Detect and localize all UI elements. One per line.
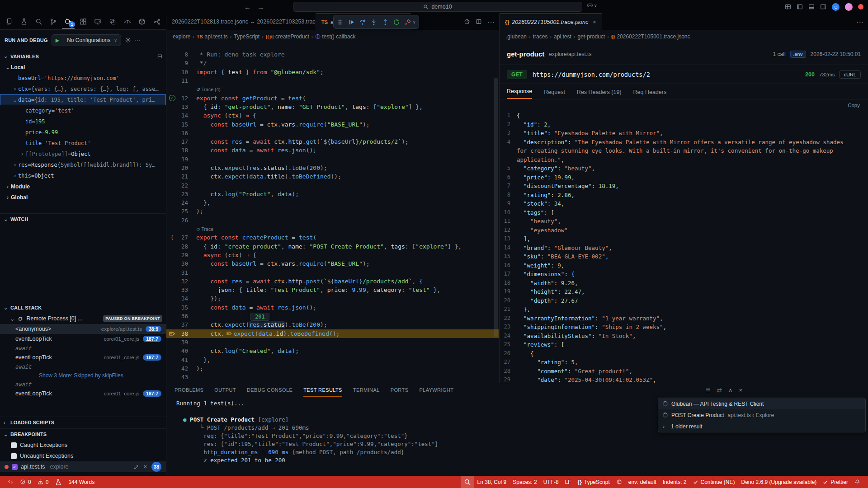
response-tab-res-headers-[interactable]: Res Headers (19)	[577, 89, 622, 99]
code-line[interactable]: 10import { test } from "@glubean/sdk";	[166, 68, 499, 76]
source-control-icon[interactable]	[47, 15, 60, 28]
code-line[interactable]: 13 { id: "get-product", name: "GET Produ…	[166, 103, 499, 111]
stack-frame[interactable]: eventLoopTickcore/01_core.js187:7	[0, 334, 166, 344]
copy-button[interactable]: Copy	[848, 103, 860, 108]
status-item-error[interactable]: 0	[17, 476, 34, 488]
variable-row[interactable]: baseUrl = 'https://dummyjson.com'	[0, 73, 166, 84]
response-tab-request[interactable]: Request	[544, 89, 565, 99]
breadcrumb-item[interactable]: explore	[173, 33, 190, 40]
panel-left-icon[interactable]	[797, 4, 803, 10]
code-line[interactable]: 25);	[166, 207, 499, 216]
stack-frame[interactable]: eventLoopTickcore/01_core.js187:7	[0, 389, 166, 399]
checkbox[interactable]: ✓	[12, 464, 18, 470]
status-item[interactable]: Deno 2.6.9 (Upgrade available)	[738, 476, 820, 488]
code-line[interactable]: 38 ctx.expect(data.id).toBeDefined();	[166, 329, 499, 338]
code-line[interactable]: 26	[166, 216, 499, 225]
breakpoint-row[interactable]: ✓api.test.tsexplore×38	[0, 461, 166, 472]
status-item-braces[interactable]: {}TypeScript	[575, 476, 613, 488]
restart-icon[interactable]	[393, 19, 400, 26]
code-line[interactable]: 17 const res = await ctx.http.get(`${bas…	[166, 137, 499, 146]
env-badge[interactable]: .env	[790, 51, 806, 58]
curl-button[interactable]: cURL	[839, 70, 861, 79]
pencil-icon[interactable]	[133, 464, 139, 470]
list-icon[interactable]: ≣	[706, 387, 711, 394]
code-line[interactable]: 30 const baseUrl = ctx.vars.require("BAS…	[166, 259, 499, 268]
more-actions-icon[interactable]: ⋯	[487, 18, 495, 26]
code-line[interactable]: 35 const data = await res.json();	[166, 303, 499, 312]
code-line[interactable]: 18 const data = await res.json();	[166, 146, 499, 155]
loaded-scripts-header[interactable]: ›LOADED SCRIPTS	[0, 417, 166, 428]
checkbox[interactable]	[11, 442, 17, 448]
copilot-icon[interactable]: ∨	[587, 2, 597, 9]
editor-scrollbar[interactable]	[494, 78, 498, 337]
code-line[interactable]: 20 ctx.expect(res.status).toBe(200);	[166, 164, 499, 172]
maximize-icon[interactable]: ∧	[728, 387, 733, 394]
status-item-check[interactable]: Prettier	[820, 476, 851, 488]
variable-row[interactable]: ›ctx = {vars: {…}, secrets: {…}, log: ƒ,…	[0, 84, 166, 94]
breadcrumb-item[interactable]: [@]createProduct	[266, 33, 309, 40]
beaker-icon[interactable]	[18, 15, 31, 28]
checkbox[interactable]	[11, 453, 17, 459]
step-over-icon[interactable]	[359, 19, 366, 26]
panel-tab-problems[interactable]: PROBLEMS	[175, 383, 203, 397]
code-line[interactable]: 41 },	[166, 355, 499, 364]
tab-trace-diff[interactable]: 20260222T102813.trace.jsonc ↔ 20260222T1…	[166, 14, 316, 30]
code-line[interactable]: 16	[166, 129, 499, 137]
breadcrumb-item[interactable]: .glubean	[506, 33, 527, 40]
toast-header[interactable]: Glubean — API Testing & REST Client	[658, 398, 865, 409]
breadcrumb-item[interactable]: api.test	[554, 33, 571, 40]
variable-row[interactable]: id = 195	[0, 116, 166, 127]
codelens[interactable]: ↺ Trace	[166, 225, 499, 233]
breadcrumb-item[interactable]: get-product	[577, 33, 605, 40]
files-icon[interactable]	[3, 15, 16, 28]
code-line[interactable]: 37 ctx.expect(res.status).toBe(200);	[166, 320, 499, 329]
account-badge[interactable]: ☺	[832, 3, 840, 11]
variable-row[interactable]: category = 'test'	[0, 105, 166, 116]
more-actions-icon[interactable]: ⋯	[135, 37, 141, 44]
close-icon[interactable]: ×	[739, 387, 742, 394]
close-icon[interactable]: ×	[593, 19, 596, 25]
variable-row[interactable]: ›res = Response {Symbol([[webidl.brand]]…	[0, 160, 166, 170]
code-line[interactable]: 29 async (ctx) ⇒ {	[166, 251, 499, 259]
status-item[interactable]: LF	[562, 476, 575, 488]
collapse-all-icon[interactable]: ⊟	[157, 53, 162, 60]
stack-frame[interactable]: <anonymous>explore/api.test.ts38:9	[0, 324, 166, 334]
close-icon[interactable]: ×	[144, 464, 147, 470]
variables-header[interactable]: ⌄VARIABLES ⊟	[0, 51, 166, 62]
avatar[interactable]	[845, 3, 853, 11]
status-item[interactable]: UTF-8	[540, 476, 562, 488]
variable-row[interactable]: ›Module	[0, 181, 166, 192]
code-line[interactable]: 14 async (ctx) ⇒ {	[166, 111, 499, 120]
panel-tab-test-results[interactable]: TEST RESULTS	[303, 383, 342, 397]
call-stack-header[interactable]: ⌄CALL STACK	[0, 302, 166, 313]
status-item-search[interactable]	[461, 476, 474, 488]
code-line[interactable]: 15 const baseUrl = ctx.vars.require("BAS…	[166, 120, 499, 128]
response-tab-req-headers[interactable]: Req Headers	[633, 89, 667, 99]
code-line[interactable]: 19	[166, 155, 499, 164]
response-json-viewer[interactable]: 1{2 "id": 2,3 "title": "Eyeshadow Palett…	[500, 111, 868, 383]
codelens[interactable]: ↺ Trace (4)	[166, 85, 499, 94]
nav-back-icon[interactable]: ←	[244, 3, 251, 11]
gear-icon[interactable]	[125, 37, 131, 43]
breakpoints-header[interactable]: ⌄BREAKPOINTS	[0, 428, 166, 440]
panel-tab-terminal[interactable]: TERMINAL	[353, 383, 380, 397]
run-debug-icon[interactable]: 1	[62, 15, 75, 28]
status-item-warning[interactable]: 0	[34, 476, 52, 488]
code-line[interactable]: 34 });	[166, 294, 499, 303]
status-item[interactable]: Ln 38, Col 9	[474, 476, 510, 488]
code-line[interactable]: 9 */	[166, 59, 499, 67]
extensions-icon[interactable]	[76, 15, 90, 28]
code-line[interactable]: 33 json: { title: "Test Product", price:…	[166, 286, 499, 294]
breakpoint-row[interactable]: Caught Exceptions	[0, 440, 166, 450]
chevron-down-icon[interactable]: ∨	[413, 20, 416, 24]
continue-icon[interactable]	[348, 19, 355, 26]
panel-tab-debug-console[interactable]: DEBUG CONSOLE	[247, 383, 292, 397]
code-line[interactable]: 43	[166, 373, 499, 381]
panel-bottom-icon[interactable]	[808, 4, 815, 10]
disconnect-icon[interactable]	[404, 19, 411, 26]
step-into-icon[interactable]	[370, 19, 377, 26]
variable-row[interactable]: ›Global	[0, 192, 166, 203]
status-item-beaker[interactable]	[52, 476, 65, 488]
code-line[interactable]: 28 { id: "create-product", name: "POST C…	[166, 242, 499, 251]
status-item-check[interactable]: Continue (NE)	[690, 476, 738, 488]
